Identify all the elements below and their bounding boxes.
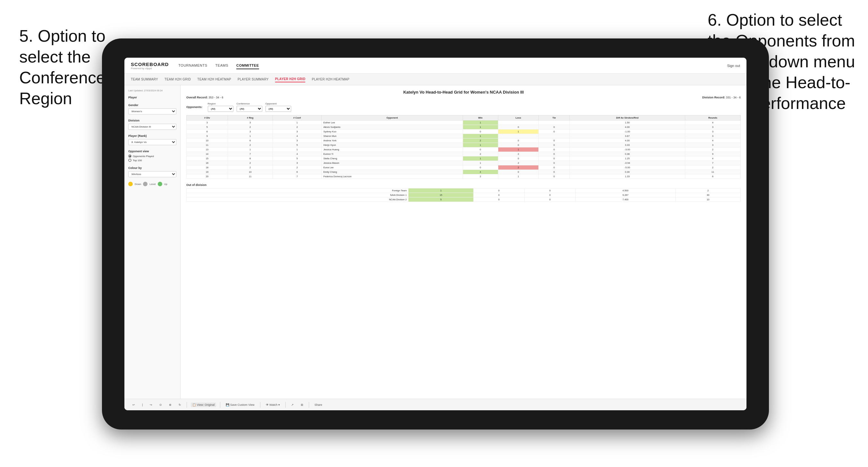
col-div: # Div [187, 115, 228, 121]
sub-nav-team-h2h-grid[interactable]: TEAM H2H GRID [164, 76, 191, 82]
table-row: 20117Federica Domecq Lacroze2101.336 [187, 174, 741, 179]
sub-nav-player-h2h-grid[interactable]: PLAYER H2H GRID [275, 76, 306, 82]
toolbar-action2[interactable]: ⊕ [167, 403, 173, 407]
table-row: 1063Andrea York2004.004 [187, 138, 741, 143]
left-panel: Last Updated: 27/03/2024 09:34 Player Ge… [124, 85, 181, 399]
toolbar-sep1: | [141, 403, 144, 407]
ood-table-row: Foreign Team1004.5002 [187, 188, 741, 193]
ood-table-row: NAIA Division 115009.26730 [187, 193, 741, 197]
ood-table-row: NCAA Division 25007.40010 [187, 197, 741, 202]
opponent-view-section: Opponent view Opponents Played Top 100 [128, 150, 176, 162]
col-win: Win [463, 115, 498, 121]
division-section: Division NCAA Division III [128, 119, 176, 130]
sub-navigation: TEAM SUMMARY TEAM H2H GRID TEAM H2H HEAT… [124, 74, 746, 85]
table-row: 19106Emily Chang4000.3011 [187, 170, 741, 174]
toolbar-refresh[interactable]: ↻ [177, 403, 183, 407]
col-diff: Diff Av Strokes/Rnd [569, 115, 685, 121]
table-row: 1474Eunice Yi2200.389 [187, 152, 741, 156]
col-conf: # Conf [273, 115, 321, 121]
gender-section: Gender Women's [128, 103, 176, 115]
legend-down-label: Down [135, 183, 141, 186]
opponent-filter: Opponent (All) [266, 102, 291, 112]
nav-items: TOURNAMENTS TEAMS COMMITTEE [178, 62, 717, 69]
out-of-division-title: Out of division [186, 183, 741, 187]
top-navigation: SCOREBOARD Powered by clippd TOURNAMENTS… [124, 58, 746, 74]
radio-top100[interactable]: Top 100 [128, 159, 176, 162]
record-row: Overall Record: 353 - 34 - 6 Division Re… [186, 96, 741, 99]
right-content: Katelyn Vo Head-to-Head Grid for Women's… [181, 85, 746, 399]
tablet-device: SCOREBOARD Powered by clippd TOURNAMENTS… [102, 38, 769, 430]
col-tie: Tie [539, 115, 570, 121]
nav-right: Sign out [727, 64, 740, 68]
nav-committee[interactable]: COMMITTEE [236, 62, 259, 69]
toolbar-grid[interactable]: ⊞ [299, 403, 305, 407]
toolbar-separator3 [260, 402, 260, 408]
nav-tournaments[interactable]: TOURNAMENTS [178, 62, 207, 69]
table-row: 1585Stella Cheng1001.254 [187, 156, 741, 161]
sub-nav-team-h2h-heatmap[interactable]: TEAM H2H HEATMAP [197, 76, 231, 82]
table-row: 522Alexis Sudjianto1004.003 [187, 125, 741, 129]
toolbar-separator4 [285, 402, 286, 408]
player-rank-label: Player (Rank) [128, 134, 176, 137]
table-row: 1125Heejo Hyun1003.333 [187, 143, 741, 148]
gender-select[interactable]: Women's [128, 108, 176, 115]
nav-teams[interactable]: TEAMS [215, 62, 228, 69]
table-row: 633Sydney Kuo010-1.003 [187, 129, 741, 134]
conference-select[interactable]: (All) [237, 106, 262, 112]
player-rank-select[interactable]: 8. Katelyn Vo [128, 139, 176, 145]
sub-nav-player-summary[interactable]: PLAYER SUMMARY [238, 76, 269, 82]
toolbar-view-original[interactable]: 📋 View: Original [191, 403, 216, 407]
toolbar-undo[interactable]: ↩ [131, 403, 136, 407]
legend-level-icon [143, 182, 148, 186]
toolbar-redo[interactable]: ↪ [148, 403, 154, 407]
sub-nav-team-summary[interactable]: TEAM SUMMARY [131, 76, 158, 82]
gender-label: Gender [128, 103, 176, 107]
region-select[interactable]: (All) [208, 106, 234, 112]
legend-down-icon [128, 182, 133, 186]
sub-nav-player-h2h-heatmap[interactable]: PLAYER H2H HEATMAP [312, 76, 349, 82]
legend: Down Level Up [128, 182, 176, 186]
toolbar-watch[interactable]: 👁 Watch ▾ [264, 403, 282, 407]
table-row: 1311Jessica Huang010-3.002 [187, 148, 741, 152]
toolbar-separator2 [220, 402, 220, 408]
player-label: Player [128, 96, 176, 99]
out-of-division: Out of division Foreign Team1004.5002NAI… [186, 183, 741, 202]
radio-dot-opponents [128, 155, 131, 158]
colour-by-select[interactable]: Win/loss [128, 171, 176, 177]
opponent-filter-label: Opponent [266, 102, 291, 105]
col-rounds: Rounds [685, 115, 740, 121]
radio-dot-top100 [128, 159, 131, 162]
opponent-view-label: Opponent view [128, 150, 176, 153]
player-rank-section: Player (Rank) 8. Katelyn Vo [128, 134, 176, 145]
opponents-label: Opponents: [186, 105, 203, 108]
logo-text: SCOREBOARD [131, 62, 169, 67]
legend-level-label: Level [149, 183, 156, 186]
toolbar-save-custom[interactable]: 💾 Save Custom View [224, 403, 256, 407]
last-updated: Last Updated: 27/03/2024 09:34 [128, 89, 176, 92]
col-loss: Loss [498, 115, 539, 121]
opponent-select[interactable]: (All) [266, 106, 291, 112]
logo-subtitle: Powered by clippd [131, 67, 169, 70]
toolbar-export[interactable]: ↗ [289, 403, 295, 407]
radio-label-top100: Top 100 [133, 159, 142, 162]
radio-opponents-played[interactable]: Opponents Played [128, 155, 176, 158]
legend-up-icon [158, 182, 162, 186]
table-row: 914Sharon Mun13.673 [187, 134, 741, 138]
table-row: 331Esther Lee11.504 [187, 121, 741, 125]
division-record: Division Record: 331 - 34 - 6 [702, 96, 741, 99]
region-filter-label: Region [208, 102, 234, 105]
player-section: Player [128, 96, 176, 99]
toolbar-share[interactable]: Share [313, 403, 324, 407]
legend-up-label: Up [164, 183, 167, 186]
division-select[interactable]: NCAA Division III [128, 124, 176, 130]
conference-filter-label: Conference [237, 102, 262, 105]
page-title: Katelyn Vo Head-to-Head Grid for Women's… [186, 90, 741, 95]
main-content: Last Updated: 27/03/2024 09:34 Player Ge… [124, 85, 746, 399]
radio-label-opponents: Opponents Played [133, 155, 154, 158]
h2h-table: # Div # Reg # Conf Opponent Win Loss Tie… [186, 115, 741, 179]
region-filter: Region (All) [208, 102, 234, 112]
sign-out-link[interactable]: Sign out [727, 64, 740, 68]
filter-section: Opponents: Region (All) Conference (All) [186, 102, 741, 112]
opponent-view-radio-group: Opponents Played Top 100 [128, 155, 176, 162]
toolbar-action1[interactable]: ⊙ [158, 403, 163, 407]
